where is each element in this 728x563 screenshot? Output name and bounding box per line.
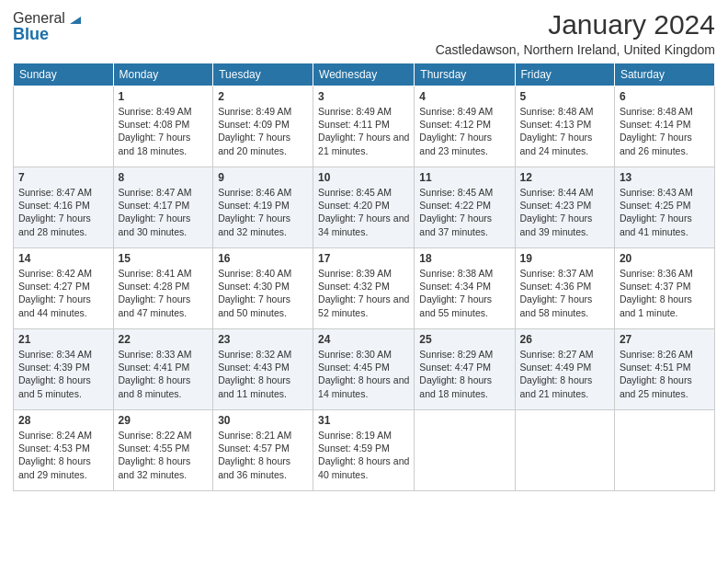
week-row-4: 28 Sunrise: 8:24 AM Sunset: 4:53 PM Dayl… <box>14 410 715 491</box>
header-sunday: Sunday <box>14 63 114 86</box>
logo-blue-text: Blue <box>13 25 85 44</box>
week-row-0: 1 Sunrise: 8:49 AM Sunset: 4:08 PM Dayli… <box>14 86 715 167</box>
sunset: Sunset: 4:08 PM <box>119 119 190 130</box>
cell-info: Sunrise: 8:26 AM Sunset: 4:51 PM Dayligh… <box>620 348 710 400</box>
cell-3-4: 25 Sunrise: 8:29 AM Sunset: 4:47 PM Dayl… <box>415 329 515 410</box>
cell-info: Sunrise: 8:49 AM Sunset: 4:11 PM Dayligh… <box>318 105 409 157</box>
header: General Blue January 2024 Castledawson, … <box>13 9 715 57</box>
daylight: Daylight: 7 hours and 55 minutes. <box>419 293 492 317</box>
sunset: Sunset: 4:51 PM <box>620 362 691 373</box>
day-number: 10 <box>318 171 409 184</box>
day-number: 27 <box>620 333 710 346</box>
cell-2-4: 18 Sunrise: 8:38 AM Sunset: 4:34 PM Dayl… <box>415 248 515 329</box>
day-number: 15 <box>119 252 209 265</box>
daylight: Daylight: 7 hours and 23 minutes. <box>419 132 492 155</box>
sunset: Sunset: 4:13 PM <box>520 119 592 130</box>
daylight: Daylight: 8 hours and 14 minutes. <box>318 374 409 398</box>
sunrise: Sunrise: 8:21 AM <box>218 430 291 441</box>
sunset: Sunset: 4:55 PM <box>119 442 190 454</box>
header-thursday: Thursday <box>415 63 515 86</box>
sunrise: Sunrise: 8:30 AM <box>318 349 392 360</box>
cell-1-5: 12 Sunrise: 8:44 AM Sunset: 4:23 PM Dayl… <box>515 167 614 248</box>
sunrise: Sunrise: 8:27 AM <box>520 349 594 360</box>
header-friday: Friday <box>515 63 614 86</box>
svg-marker-0 <box>70 17 81 24</box>
cell-info: Sunrise: 8:33 AM Sunset: 4:41 PM Dayligh… <box>119 348 209 400</box>
daylight: Daylight: 8 hours and 25 minutes. <box>620 374 692 398</box>
cell-0-6: 6 Sunrise: 8:48 AM Sunset: 4:14 PM Dayli… <box>614 86 714 167</box>
sunset: Sunset: 4:30 PM <box>218 281 290 292</box>
cell-3-2: 23 Sunrise: 8:32 AM Sunset: 4:43 PM Dayl… <box>213 329 313 410</box>
cell-info: Sunrise: 8:34 AM Sunset: 4:39 PM Dayligh… <box>18 348 108 400</box>
day-number: 30 <box>218 414 308 427</box>
daylight: Daylight: 8 hours and 18 minutes. <box>419 374 492 398</box>
sunrise: Sunrise: 8:44 AM <box>520 187 594 198</box>
cell-0-3: 3 Sunrise: 8:49 AM Sunset: 4:11 PM Dayli… <box>313 86 415 167</box>
sunrise: Sunrise: 8:49 AM <box>119 106 192 117</box>
cell-info: Sunrise: 8:44 AM Sunset: 4:23 PM Dayligh… <box>520 186 609 238</box>
sunset: Sunset: 4:22 PM <box>419 200 491 211</box>
day-number: 19 <box>520 252 609 265</box>
daylight: Daylight: 7 hours and 26 minutes. <box>620 132 692 155</box>
day-number: 13 <box>620 171 710 184</box>
day-number: 12 <box>520 171 609 184</box>
cell-4-6 <box>614 410 714 491</box>
sunset: Sunset: 4:45 PM <box>318 362 390 373</box>
cell-2-3: 17 Sunrise: 8:39 AM Sunset: 4:32 PM Dayl… <box>313 248 415 329</box>
daylight: Daylight: 7 hours and 34 minutes. <box>318 213 409 236</box>
cell-info: Sunrise: 8:45 AM Sunset: 4:20 PM Dayligh… <box>318 186 409 238</box>
sunrise: Sunrise: 8:46 AM <box>218 187 291 198</box>
day-number: 8 <box>119 171 209 184</box>
cell-1-2: 9 Sunrise: 8:46 AM Sunset: 4:19 PM Dayli… <box>213 167 313 248</box>
sunset: Sunset: 4:53 PM <box>18 442 90 454</box>
sunrise: Sunrise: 8:39 AM <box>318 268 392 279</box>
sunset: Sunset: 4:57 PM <box>218 442 290 454</box>
cell-2-0: 14 Sunrise: 8:42 AM Sunset: 4:27 PM Dayl… <box>14 248 114 329</box>
daylight: Daylight: 8 hours and 21 minutes. <box>520 374 593 398</box>
sunrise: Sunrise: 8:33 AM <box>119 349 192 360</box>
sunset: Sunset: 4:23 PM <box>520 200 592 211</box>
sunrise: Sunrise: 8:41 AM <box>119 268 192 279</box>
month-title: January 2024 <box>436 9 715 40</box>
sunrise: Sunrise: 8:48 AM <box>520 106 594 117</box>
week-row-1: 7 Sunrise: 8:47 AM Sunset: 4:16 PM Dayli… <box>14 167 715 248</box>
cell-info: Sunrise: 8:48 AM Sunset: 4:13 PM Dayligh… <box>520 105 609 157</box>
cell-0-4: 4 Sunrise: 8:49 AM Sunset: 4:12 PM Dayli… <box>415 86 515 167</box>
daylight: Daylight: 8 hours and 11 minutes. <box>218 374 290 398</box>
cell-0-5: 5 Sunrise: 8:48 AM Sunset: 4:13 PM Dayli… <box>515 86 614 167</box>
daylight: Daylight: 8 hours and 40 minutes. <box>318 455 409 479</box>
location-subtitle: Castledawson, Northern Ireland, United K… <box>436 42 715 57</box>
sunrise: Sunrise: 8:49 AM <box>318 106 392 117</box>
daylight: Daylight: 7 hours and 41 minutes. <box>620 213 692 236</box>
sunset: Sunset: 4:37 PM <box>620 281 691 292</box>
weekday-header-row: Sunday Monday Tuesday Wednesday Thursday… <box>14 63 715 86</box>
sunset: Sunset: 4:25 PM <box>620 200 691 211</box>
sunrise: Sunrise: 8:26 AM <box>620 349 693 360</box>
daylight: Daylight: 7 hours and 58 minutes. <box>520 293 593 317</box>
sunrise: Sunrise: 8:49 AM <box>419 106 493 117</box>
cell-info: Sunrise: 8:42 AM Sunset: 4:27 PM Dayligh… <box>18 267 108 319</box>
daylight: Daylight: 7 hours and 21 minutes. <box>318 132 409 155</box>
day-number: 21 <box>18 333 108 346</box>
day-number: 25 <box>419 333 509 346</box>
sunset: Sunset: 4:47 PM <box>419 362 491 373</box>
sunset: Sunset: 4:14 PM <box>620 119 691 130</box>
cell-2-1: 15 Sunrise: 8:41 AM Sunset: 4:28 PM Dayl… <box>113 248 213 329</box>
sunrise: Sunrise: 8:40 AM <box>218 268 291 279</box>
cell-3-1: 22 Sunrise: 8:33 AM Sunset: 4:41 PM Dayl… <box>113 329 213 410</box>
cell-info: Sunrise: 8:43 AM Sunset: 4:25 PM Dayligh… <box>620 186 710 238</box>
cell-info: Sunrise: 8:22 AM Sunset: 4:55 PM Dayligh… <box>119 429 209 481</box>
daylight: Daylight: 7 hours and 47 minutes. <box>119 293 191 317</box>
week-row-3: 21 Sunrise: 8:34 AM Sunset: 4:39 PM Dayl… <box>14 329 715 410</box>
sunset: Sunset: 4:59 PM <box>318 442 390 454</box>
cell-4-0: 28 Sunrise: 8:24 AM Sunset: 4:53 PM Dayl… <box>14 410 114 491</box>
cell-1-6: 13 Sunrise: 8:43 AM Sunset: 4:25 PM Dayl… <box>614 167 714 248</box>
cell-2-6: 20 Sunrise: 8:36 AM Sunset: 4:37 PM Dayl… <box>614 248 714 329</box>
cell-info: Sunrise: 8:49 AM Sunset: 4:08 PM Dayligh… <box>119 105 209 157</box>
cell-1-4: 11 Sunrise: 8:45 AM Sunset: 4:22 PM Dayl… <box>415 167 515 248</box>
cell-3-5: 26 Sunrise: 8:27 AM Sunset: 4:49 PM Dayl… <box>515 329 614 410</box>
daylight: Daylight: 7 hours and 32 minutes. <box>218 213 290 236</box>
cell-info: Sunrise: 8:24 AM Sunset: 4:53 PM Dayligh… <box>18 429 108 481</box>
day-number: 24 <box>318 333 409 346</box>
cell-info: Sunrise: 8:49 AM Sunset: 4:12 PM Dayligh… <box>419 105 509 157</box>
